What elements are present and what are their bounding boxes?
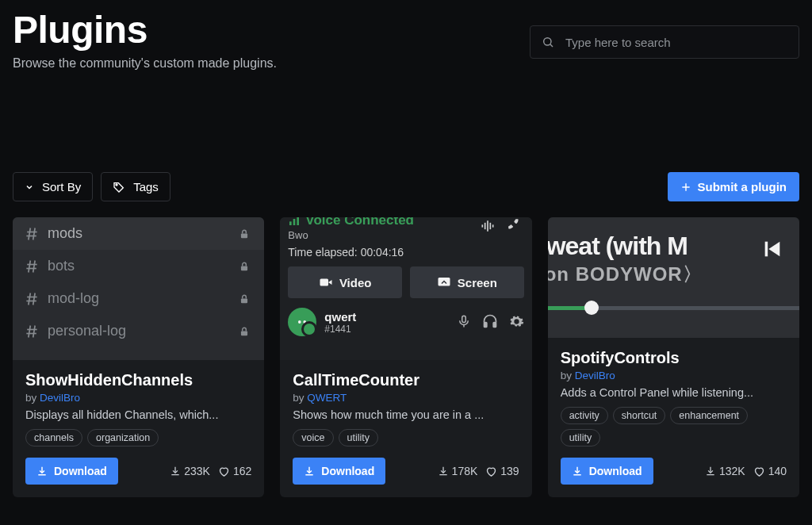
downloads-stat: 178K xyxy=(438,465,478,477)
svg-rect-27 xyxy=(289,221,292,225)
screen-label: Screen xyxy=(458,276,497,289)
author-link[interactable]: QWERT xyxy=(307,392,347,404)
mic-icon xyxy=(457,314,471,328)
search-icon xyxy=(542,36,554,48)
plugin-card[interactable]: mods bots mod-log xyxy=(13,217,264,497)
svg-rect-42 xyxy=(484,323,486,328)
plugin-tag[interactable]: channels xyxy=(25,429,82,446)
avatar xyxy=(288,308,316,336)
svg-point-0 xyxy=(544,38,551,45)
hash-icon xyxy=(24,324,40,339)
plugin-card[interactable]: Voice Connected Bwo Time elapsed: 00:04:… xyxy=(280,217,531,497)
search-box[interactable] xyxy=(530,25,799,59)
download-button[interactable]: Download xyxy=(561,458,653,485)
submit-plugin-label: Submit a plugin xyxy=(698,180,787,194)
voice-status: Voice Connected xyxy=(305,217,414,228)
plugin-title: SpotifyControls xyxy=(561,349,787,367)
download-icon xyxy=(170,466,181,477)
channel-name: mods xyxy=(48,225,82,242)
chevron-down-icon xyxy=(25,182,34,192)
svg-rect-46 xyxy=(765,242,768,257)
video-icon xyxy=(319,275,333,289)
download-button[interactable]: Download xyxy=(293,458,385,485)
likes-stat: 162 xyxy=(218,465,251,477)
plugin-preview: weat (with M on BODYWOR〉 xyxy=(548,217,799,338)
plugin-tag[interactable]: shortcut xyxy=(613,407,665,424)
hash-icon xyxy=(24,291,40,307)
signal-icon xyxy=(288,217,301,227)
likes-count: 140 xyxy=(768,465,787,477)
voice-server: Bwo xyxy=(288,229,414,241)
plugin-tag[interactable]: voice xyxy=(293,429,333,446)
download-icon xyxy=(705,466,716,477)
noise-icon xyxy=(480,218,496,234)
sort-by-label: Sort By xyxy=(42,180,81,194)
plugin-tag[interactable]: activity xyxy=(561,407,608,424)
plugin-tag[interactable]: utility xyxy=(339,429,378,446)
svg-marker-36 xyxy=(328,280,332,285)
heart-icon xyxy=(218,466,230,477)
svg-line-17 xyxy=(29,293,31,305)
likes-count: 139 xyxy=(500,465,519,477)
heart-icon xyxy=(485,466,497,477)
svg-rect-28 xyxy=(293,219,296,225)
submit-plugin-button[interactable]: Submit a plugin xyxy=(668,172,800,201)
download-label: Download xyxy=(321,465,374,477)
plus-icon xyxy=(680,182,691,193)
plugin-byline: by QWERT xyxy=(293,392,519,404)
plugin-description: Shows how much time you are in a ... xyxy=(293,408,519,421)
plugin-preview: Voice Connected Bwo Time elapsed: 00:04:… xyxy=(280,217,531,360)
channel-name: mod-log xyxy=(48,290,99,307)
page-subtitle: Browse the community's custom made plugi… xyxy=(13,56,277,71)
downloads-count: 178K xyxy=(452,465,478,477)
svg-point-2 xyxy=(116,184,117,186)
video-label: Video xyxy=(339,276,372,289)
download-icon xyxy=(572,466,583,477)
hash-icon xyxy=(24,226,40,242)
svg-line-22 xyxy=(29,325,31,337)
download-icon xyxy=(36,466,48,477)
hash-icon xyxy=(24,259,40,274)
svg-rect-35 xyxy=(320,279,328,286)
svg-line-8 xyxy=(33,228,36,240)
download-label: Download xyxy=(589,465,642,477)
plugin-card[interactable]: weat (with M on BODYWOR〉 SpotifyControls… xyxy=(548,217,799,497)
channel-row: personal-log xyxy=(13,315,264,347)
tags-label: Tags xyxy=(133,180,159,194)
channel-name: bots xyxy=(48,258,75,274)
sort-by-button[interactable]: Sort By xyxy=(13,172,93,201)
channel-row: mod-log xyxy=(13,282,264,315)
plugin-tag[interactable]: organization xyxy=(87,429,159,446)
screen-button: Screen xyxy=(410,266,524,298)
plugin-title: CallTimeCounter xyxy=(293,371,519,389)
svg-rect-43 xyxy=(493,323,496,328)
search-input[interactable] xyxy=(565,36,787,49)
author-link[interactable]: DevilBro xyxy=(575,370,615,381)
plugin-preview: mods bots mod-log xyxy=(13,217,264,360)
plugin-tag[interactable]: enhancement xyxy=(670,407,748,424)
song-artist: on BODYWOR〉 xyxy=(548,262,703,287)
time-elapsed: Time elapsed: 00:04:16 xyxy=(288,246,414,259)
downloads-count: 132K xyxy=(719,465,745,477)
author-link[interactable]: DevilBro xyxy=(40,392,80,404)
svg-line-18 xyxy=(33,293,36,305)
plugin-tag[interactable]: utility xyxy=(561,429,600,446)
download-icon xyxy=(304,466,315,477)
song-title: weat (with M xyxy=(548,232,688,261)
username: qwert xyxy=(324,310,356,324)
user-tag: #1441 xyxy=(324,324,356,335)
download-button[interactable]: Download xyxy=(25,458,118,485)
svg-point-38 xyxy=(298,320,301,324)
tag-icon xyxy=(113,181,125,194)
svg-rect-14 xyxy=(241,266,247,270)
tags-button[interactable]: Tags xyxy=(101,172,170,201)
gear-icon xyxy=(509,314,524,329)
download-icon xyxy=(438,466,449,477)
headphones-icon xyxy=(482,313,498,329)
plugin-description: Adds a Control Panel while listening... xyxy=(561,386,787,399)
downloads-count: 233K xyxy=(184,465,210,477)
video-button: Video xyxy=(288,266,402,298)
likes-count: 162 xyxy=(233,465,251,477)
svg-marker-47 xyxy=(768,242,779,257)
screen-icon xyxy=(437,275,451,289)
